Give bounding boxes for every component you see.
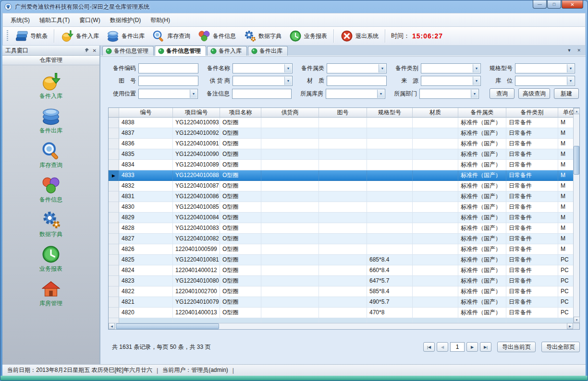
toolbar-button[interactable]: 退出系统 [337,28,382,44]
search-select[interactable]: ▼ [327,63,387,73]
column-header[interactable]: 编号 [119,108,173,118]
sidebar-item[interactable]: 库存查询 [2,141,99,169]
scroll-up-icon[interactable]: ▲ [574,108,580,114]
chevron-down-icon[interactable]: ▼ [473,77,480,85]
scroll-left-icon[interactable]: ◀ [109,323,115,329]
column-header[interactable]: 备件属类 [458,108,506,118]
chevron-down-icon[interactable]: ▼ [190,90,197,98]
menu-item[interactable]: 系统(S) [6,14,35,26]
table-row[interactable]: 4834YG12204010089O型圈标准件（国产）日常备件M [109,160,573,170]
pin-icon[interactable] [84,48,89,53]
scroll-right-icon[interactable]: ▶ [567,323,573,329]
table-row[interactable]: 4838YG12204010093O型圈标准件（国产）日常备件M [109,118,573,128]
menu-item[interactable]: 数据维护(D) [105,14,146,26]
table-row[interactable]: 48261220401000599O型圈标准件（国产）日常备件M [109,244,573,255]
first-page-button[interactable]: |◀ [423,342,435,352]
search-select[interactable]: ▼ [419,89,479,99]
search-select[interactable]: ▼ [138,89,198,99]
chevron-down-icon[interactable]: ▼ [473,64,480,72]
column-header[interactable]: 规格型号 [367,108,413,118]
table-row[interactable]: 48201220401400013O型圈470*8标准件（国产）日常备件PC [109,308,573,318]
hscroll-thumb[interactable] [116,323,219,329]
vscroll-track[interactable] [574,114,579,317]
sidebar-item[interactable]: 数据字典 [2,210,99,238]
toolbar-button[interactable]: 库存查询 [148,28,194,44]
search-input[interactable] [138,76,198,86]
table-row[interactable]: 4837YG12204010092O型圈标准件（国产）日常备件M [109,128,573,139]
column-header[interactable]: 材质 [413,108,458,118]
column-header[interactable]: 供货商 [261,108,319,118]
toolbar-button[interactable]: 备件出库 [103,28,148,44]
search-select[interactable]: ▼ [515,76,575,86]
tab[interactable]: 备件出库 [248,46,288,56]
search-input[interactable] [138,63,198,73]
table-row[interactable]: 4829YG12204010084O型圈标准件（国产）日常备件M [109,213,573,223]
toolbar-button[interactable]: 导航条 [12,28,51,44]
chevron-down-icon[interactable]: ▼ [567,77,574,85]
column-header[interactable]: 备件类别 [506,108,558,118]
search-input[interactable] [232,89,292,99]
column-header[interactable]: 项目名称 [220,108,261,118]
table-row[interactable]: 4831YG12204010086O型圈标准件（国产）日常备件M [109,191,573,202]
table-row[interactable]: 4830YG12204010085O型圈标准件（国产）日常备件M [109,202,573,213]
sidebar-item[interactable]: 备件出库 [2,107,99,135]
table-row[interactable]: 4832YG12204010087O型圈标准件（国产）日常备件M [109,181,573,191]
table-row[interactable]: ▶4833YG12204010088O型圈标准件（国产）日常备件M [109,170,573,181]
sidebar-item[interactable]: 业务报表 [2,245,99,273]
maximize-button[interactable]: □ [547,0,561,9]
export-current-page-button[interactable]: 导出当前页 [497,342,536,352]
table-row[interactable]: 48241220401400012O型圈660*8.4标准件（国产）日常备件PC [109,265,573,276]
table-row[interactable]: 4828YG12204010083O型圈标准件（国产）日常备件M [109,223,573,234]
toolbar-button[interactable]: 数据字典 [240,28,285,44]
chevron-down-icon[interactable]: ▼ [284,64,292,72]
toolbar-button[interactable]: 业务报表 [285,28,331,44]
sidebar-item[interactable]: 备件信息 [2,176,99,204]
tab-list-dropdown-icon[interactable]: ▼ [567,48,572,53]
last-page-button[interactable]: ▶| [480,342,491,352]
advanced-query-button[interactable]: 高级查询 [518,88,550,99]
tab[interactable]: 备件信息管理 [102,46,154,56]
sidebar-item[interactable]: 备件入库 [2,72,99,100]
search-select[interactable]: ▼ [421,76,481,86]
chevron-down-icon[interactable]: ▼ [284,77,292,85]
search-input[interactable] [327,76,387,86]
page-number-input[interactable] [450,342,465,352]
search-select[interactable]: ▼ [421,63,481,73]
scroll-down-icon[interactable]: ▼ [574,317,580,323]
menu-item[interactable]: 窗口(W) [74,14,105,26]
export-all-pages-button[interactable]: 导出全部页 [541,342,580,352]
search-select[interactable]: ▼ [515,63,575,73]
vertical-scrollbar[interactable]: ▲ ▼ [573,108,579,323]
toolbar-grip-icon[interactable] [7,30,8,42]
table-row[interactable]: 4821YG12204010079O型圈490*5.7标准件（国产）日常备件PC [109,297,573,308]
minimize-button[interactable]: — [533,0,547,9]
table-row[interactable]: 4823YG12204010080O型圈647*5.7标准件（国产）日常备件PC [109,276,573,286]
tab[interactable]: 备件入库 [207,46,247,56]
close-button[interactable]: ✕ [562,0,583,9]
search-select[interactable]: ▼ [326,89,385,99]
chevron-down-icon[interactable]: ▼ [471,90,478,98]
new-button[interactable]: 新建 [554,88,579,99]
column-header[interactable]: 图号 [319,108,367,118]
table-row[interactable]: 4827YG12204010082O型圈标准件（国产）日常备件M [109,234,573,244]
vscroll-thumb[interactable] [574,146,579,175]
menu-item[interactable]: 帮助(H) [146,14,175,26]
tab[interactable]: 备件信息管理 [155,46,206,56]
hscroll-track[interactable] [115,323,567,329]
chevron-down-icon[interactable]: ▼ [379,64,386,72]
menu-item[interactable]: 辅助工具(T) [35,14,74,26]
search-select[interactable]: ▼ [233,63,293,73]
prev-page-button[interactable]: ◀ [437,342,448,352]
horizontal-scrollbar[interactable]: ◀ ▶ [109,323,579,329]
next-page-button[interactable]: ▶ [466,342,478,352]
sidebar-item[interactable]: 库房管理 [2,279,99,308]
panel-close-icon[interactable]: ✕ [93,48,97,53]
table-row[interactable]: 4836YG12204010091O型圈标准件（国产）日常备件M [109,139,573,149]
table-row[interactable]: 48221220401002700O型圈585*8.4标准件（国产）日常备件PC [109,286,573,297]
search-select[interactable]: ▼ [233,76,293,86]
tab-close-icon[interactable]: ✕ [577,48,581,53]
column-header[interactable]: 项目编号 [173,108,220,118]
query-button[interactable]: 查询 [490,88,514,99]
table-row[interactable]: 4835YG12204010090O型圈标准件（国产）日常备件M [109,149,573,160]
chevron-down-icon[interactable]: ▼ [377,90,384,98]
